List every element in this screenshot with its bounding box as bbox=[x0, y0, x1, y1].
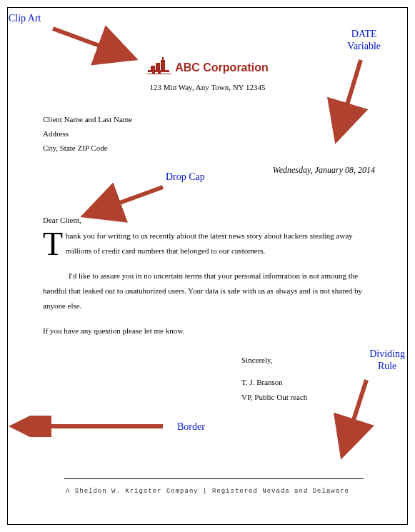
svg-rect-4 bbox=[162, 57, 164, 61]
signer-title: VP, Public Out reach bbox=[241, 390, 395, 405]
recipient-name: Client Name and Last Name bbox=[43, 113, 395, 127]
svg-rect-3 bbox=[161, 60, 165, 71]
company-name: ABC Corporation bbox=[175, 61, 269, 74]
building-icon bbox=[146, 57, 171, 79]
paragraph-1: T hank you for writing to us recently ab… bbox=[43, 229, 375, 259]
closing-block: Sincerely, T. J. Branson VP, Public Out … bbox=[241, 353, 395, 405]
company-address: 123 Min Way, Any Town, NY 12345 bbox=[20, 83, 395, 91]
paragraph-1-text: hank you for writing to us recently abio… bbox=[66, 231, 353, 255]
recipient-city-state-zip: City, State ZIP Code bbox=[43, 141, 395, 156]
date-line: Wednesday, January 08, 2014 bbox=[20, 165, 375, 176]
footer-text: A Sheldon W. Krigster Company | Register… bbox=[20, 488, 395, 495]
letterhead: ABC Corporation 123 Min Way, Any Town, N… bbox=[20, 57, 395, 91]
svg-rect-5 bbox=[152, 72, 155, 74]
svg-rect-6 bbox=[158, 72, 161, 74]
signer-name: T. J. Branson bbox=[241, 375, 395, 390]
dividing-rule bbox=[64, 478, 364, 479]
svg-rect-7 bbox=[146, 74, 171, 74]
svg-rect-2 bbox=[156, 63, 160, 71]
salutation: Dear Client, bbox=[43, 216, 395, 224]
paragraph-2: I'd like to assure you in no uncertain t… bbox=[43, 268, 375, 313]
brand-row: ABC Corporation bbox=[146, 57, 269, 79]
paragraph-3: If you have any question please let me k… bbox=[43, 323, 375, 338]
svg-rect-1 bbox=[151, 66, 155, 71]
page-content: ABC Corporation 123 Min Way, Any Town, N… bbox=[20, 14, 395, 518]
closing-word: Sincerely, bbox=[241, 353, 395, 368]
recipient-address: Address bbox=[43, 127, 395, 141]
recipient-block: Client Name and Last Name Address City, … bbox=[43, 113, 395, 155]
drop-cap: T bbox=[43, 229, 66, 258]
